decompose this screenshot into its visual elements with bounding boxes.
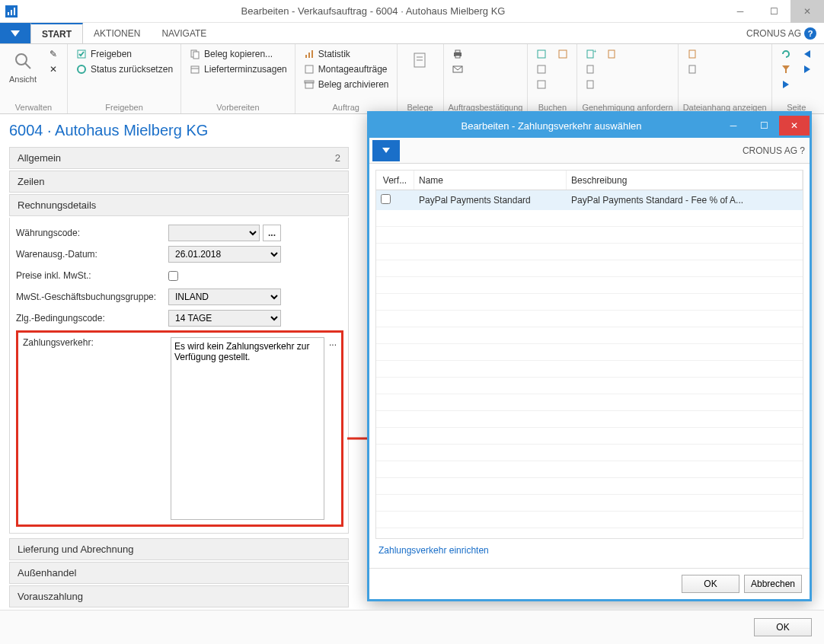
ribbon-post4[interactable] [554,47,572,61]
help-icon[interactable]: ? [804,27,816,40]
ribbon-attach2[interactable] [683,62,701,76]
svg-rect-29 [559,50,567,58]
ribbon-next[interactable] [798,62,816,76]
grid-row-paypal[interactable]: PayPal Payments Standard PayPal Payments… [376,190,803,210]
archive-icon [303,78,315,91]
dialog-ok-button[interactable]: OK [682,575,739,593]
window-title: Bearbeiten - Verkaufsauftrag - 6004 · Au… [23,5,723,17]
row-name: PayPal Payments Standard [414,195,567,206]
ribbon-approve4[interactable] [603,47,621,61]
ribbon-beleg-kopieren[interactable]: Beleg kopieren... [186,47,290,61]
company-label: CRONUS AG ? [739,23,824,43]
goto-icon [780,78,792,91]
dialog-file-tab[interactable] [372,140,400,161]
dialog-minimize[interactable]: ─ [718,116,749,135]
ribbon-liefertermin[interactable]: Lieferterminzusagen [186,62,290,76]
fasttab-rechnungsdetails[interactable]: Rechnungsdetails [9,194,349,216]
svg-line-6 [25,63,30,69]
delete-icon: ✕ [47,63,59,75]
prev-icon [801,48,813,60]
ribbon: Ansicht ✎ ✕ Verwalten Freigeben Status z… [0,44,824,114]
ribbon-ansicht[interactable]: Ansicht [5,47,41,101]
ribbon-post2[interactable] [532,62,551,76]
svg-rect-27 [538,65,545,73]
setup-link[interactable]: Zahlungsverkehr einrichten [375,539,803,562]
tab-start[interactable]: START [30,23,83,43]
zlg-label: Zlg.-Bedingungscode: [16,313,168,324]
warenausg-select[interactable]: 26.01.2018 [168,246,281,263]
approve3-icon [585,78,597,91]
post3-icon [535,78,548,91]
tab-navigate[interactable]: NAVIGATE [151,23,217,43]
svg-marker-38 [783,81,789,88]
tab-aktionen[interactable]: AKTIONEN [83,23,151,43]
svg-point-8 [78,65,85,73]
fasttab-allgemein[interactable]: Allgemein2 [9,147,349,169]
zahlung-lookup[interactable]: ... [329,337,337,348]
ribbon-belege[interactable] [402,47,439,101]
attach2-icon [686,63,698,75]
attach-icon [686,48,698,60]
ribbon-statistik[interactable]: Statistik [300,47,392,61]
print-icon [452,48,464,60]
rechnungsdetails-body: Währungscode: ... Warenausg.-Datum: 26.0… [9,218,349,534]
main-ok-button[interactable]: OK [754,618,812,636]
waehrungscode-select[interactable] [168,225,260,241]
maximize-button[interactable]: ☐ [757,0,790,23]
svg-rect-3 [14,8,15,15]
file-tab[interactable] [0,23,30,43]
fasttab-zeilen[interactable]: Zeilen [9,171,349,193]
ribbon-montage[interactable]: Montageaufträge [300,62,392,76]
ribbon-delete[interactable]: ✕ [44,62,62,76]
ribbon-archiv[interactable]: Beleg archivieren [300,78,392,91]
fasttab-vorauszahlung[interactable]: Vorauszahlung [9,585,349,607]
minimize-button[interactable]: ─ [723,0,757,23]
ribbon-status-reset[interactable]: Status zurücksetzen [72,62,176,76]
ribbon-print[interactable] [449,47,467,61]
dialog-close[interactable]: ✕ [779,116,810,135]
ribbon-attach1[interactable] [683,47,701,61]
fasttab-lieferung[interactable]: Lieferung und Abrechnung [9,538,349,560]
waehrungscode-lookup[interactable]: ... [263,225,281,241]
svg-rect-23 [455,50,460,53]
assembly-icon [303,63,315,75]
ribbon-post3[interactable] [532,78,551,91]
row-checkbox[interactable] [381,194,391,204]
zlg-select[interactable]: 14 TAGE [168,310,281,327]
ribbon-filter[interactable] [777,62,795,76]
ribbon-prev[interactable] [798,47,816,61]
approve2-icon [585,63,597,75]
dialog-maximize[interactable]: ☐ [749,116,779,135]
close-button[interactable]: ✕ [790,0,824,23]
ribbon-edit[interactable]: ✎ [44,47,62,61]
svg-rect-32 [587,65,593,73]
svg-marker-43 [382,148,390,153]
ribbon-approve3[interactable] [582,78,600,91]
svg-marker-39 [804,50,810,58]
ribbon-post1[interactable] [532,47,551,61]
ribbon-approve1[interactable]: + [582,47,600,61]
fasttab-aussenhandel[interactable]: Außenhandel [9,562,349,584]
app-icon [0,5,23,18]
dialog-cancel-button[interactable]: Abbrechen [744,575,802,593]
approve-icon: + [585,48,597,60]
mwst-select[interactable]: INLAND [168,289,281,305]
ribbon-goto[interactable] [777,78,795,91]
ribbon-tab-strip: START AKTIONEN NAVIGATE CRONUS AG ? [0,23,824,44]
status-icon [75,63,88,75]
col-verf[interactable]: Verf... [376,171,414,190]
window-titlebar: Bearbeiten - Verkaufsauftrag - 6004 · Au… [0,0,824,23]
svg-rect-1 [8,12,9,15]
approve4-icon [606,48,618,60]
dialog-help-icon[interactable]: ? [800,145,805,156]
ribbon-approve2[interactable] [582,62,600,76]
zahlung-textarea[interactable]: Es wird kein Zahlungsverkehr zur Verfügu… [171,337,324,520]
ribbon-refresh[interactable] [777,47,795,61]
preise-label: Preise inkl. MwSt.: [16,270,168,281]
col-beschr[interactable]: Beschreibung [567,171,803,190]
ribbon-freigeben[interactable]: Freigeben [72,47,176,61]
next-icon [801,63,813,75]
ribbon-email[interactable] [449,62,467,76]
preise-checkbox[interactable] [168,271,178,281]
col-name[interactable]: Name [414,171,567,190]
